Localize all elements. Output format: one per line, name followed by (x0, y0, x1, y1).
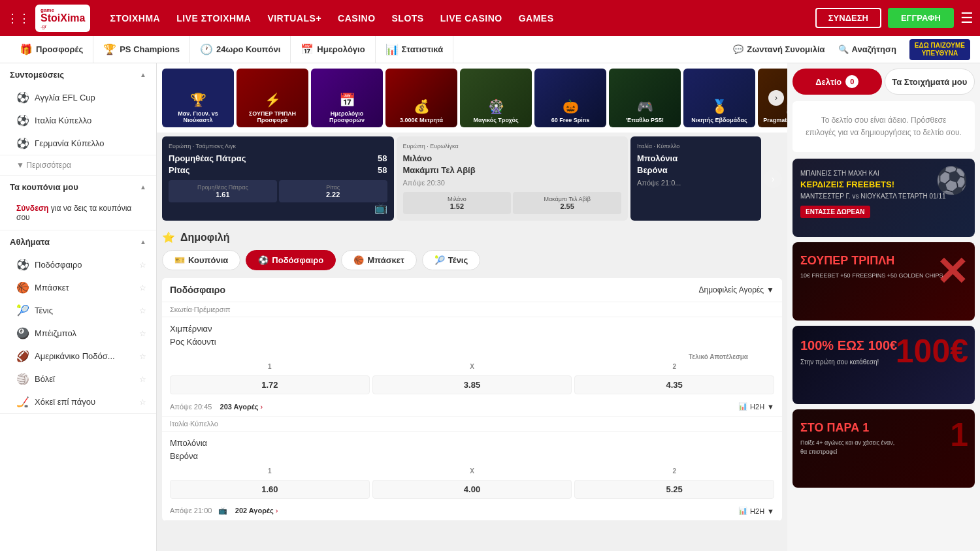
filter-tab-coupons[interactable]: 🎫 Κουπόνια (162, 250, 240, 270)
search-button[interactable]: 🔍 Αναζήτηση (838, 44, 896, 54)
more-button[interactable]: ▼ Περισσότερα (0, 155, 156, 175)
popular-star-icon: ⭐ (162, 231, 175, 244)
logo-box[interactable]: game StoiXima .gr (35, 5, 90, 32)
h2h-button-2[interactable]: 📊 H2H ▼ (738, 507, 774, 515)
live-odd-btn-2-1[interactable]: Μιλάνο 1.52 (403, 192, 512, 214)
promo-cta-1[interactable]: ΕΝΤΑΣΣΕ ΔΩΡΕΑΝ (800, 206, 870, 218)
stats-nav-item[interactable]: 📊 Στατιστικά (376, 36, 454, 63)
nav-virtuals[interactable]: VIRTUALS+ (267, 13, 321, 24)
login-link[interactable]: Σύνδεση (16, 204, 48, 213)
h2h-button-1[interactable]: 📊 H2H ▼ (738, 402, 774, 411)
my-coupons-header[interactable]: Τα κουπόνια μου ▲ (0, 176, 156, 198)
live-odd-btn-1-2[interactable]: Ρίτας 2.22 (279, 180, 387, 202)
live-match-time-2: Απόψε 20:30 (403, 179, 622, 187)
favorite-star-icon-5[interactable]: ☆ (139, 352, 146, 361)
odd-1-2[interactable]: 1.60 (170, 480, 370, 499)
match-next-button[interactable]: › (764, 170, 782, 188)
promo-decor-1: ⚽ (936, 165, 968, 196)
hockey-label: Χόκεϊ επί πάγου (35, 397, 95, 407)
promo-banner-1[interactable]: ΜΠΑΙΝΕΙΣ ΣΤΗ ΜΑΧΗ ΚΑΙ ΚΕΡΔΙΖΕΙΣ FREEBETS… (792, 159, 975, 237)
odd-2-2[interactable]: 5.25 (574, 480, 774, 499)
register-button[interactable]: ΕΓΓΡΑΦΗ (888, 8, 954, 28)
filter-tab-basketball[interactable]: 🏀 Μπάσκετ (341, 250, 417, 270)
live-match-league-3: Ιταλία · Κύπελλο (637, 143, 755, 150)
sidebar-item-volleyball[interactable]: 🏐 Βόλεϊ ☆ (0, 368, 156, 390)
sidebar-item-england-efl[interactable]: ⚽ Αγγλία EFL Cup (0, 86, 156, 109)
odd-x-1[interactable]: 3.85 (372, 375, 572, 394)
banner-card-1[interactable]: 🏆 Μαν. Γιουν. vs Νιούκαστλ (162, 69, 234, 127)
favorite-star-icon-6[interactable]: ☆ (139, 375, 146, 384)
sec-nav-right: 💬 Ζωντανή Συνομιλία 🔍 Αναζήτηση ΕΔΩ ΠΑΙΖ… (733, 39, 970, 60)
favorite-star-icon[interactable]: ☆ (139, 260, 146, 270)
odd-1-1[interactable]: 1.72 (170, 375, 370, 394)
promo-banner-2[interactable]: ΣΟΥΠΕΡ ΤΡΙΠΛΗ 10€ FREEBET +50 FREESPINS … (792, 242, 975, 321)
live-match-card-3[interactable]: Ιταλία · Κύπελλο Μπολόνια Βερόνα Απόψε 2… (630, 136, 761, 221)
sidebar-item-baseball[interactable]: 🎱 Μπέιζμπολ ☆ (0, 322, 156, 345)
favorite-star-icon-2[interactable]: ☆ (139, 283, 146, 292)
favorite-star-icon-3[interactable]: ☆ (139, 306, 146, 315)
live-match-card-2[interactable]: Ευρώπη · Ευρωλίγκα Μιλάνο Μακάμπι Τελ Αβ… (397, 136, 629, 221)
sidebar-item-germany-cup[interactable]: ⚽ Γερμανία Κύπελλο (0, 132, 156, 155)
more-markets-button-1[interactable]: 203 Αγορές (220, 403, 259, 411)
odd-x-2[interactable]: 4.00 (372, 480, 572, 499)
banner-card-6[interactable]: 🎃 60 Free Spins (534, 69, 606, 127)
my-coupons-collapse-icon: ▲ (140, 183, 146, 191)
grid-icon[interactable]: ⋮⋮ (7, 11, 30, 25)
live-odd-btn-1-1[interactable]: Προμηθέας Πάτρας 1.61 (169, 180, 277, 202)
banner-card-8[interactable]: 🏅 Νικητής Εβδομάδας (683, 69, 755, 127)
live-chat-button[interactable]: 💬 Ζωντανή Συνομιλία (733, 44, 825, 54)
more-markets-button-2[interactable]: 202 Αγορές (235, 507, 274, 514)
filter-tab-football[interactable]: ⚽ Ποδόσφαιρο (246, 250, 336, 270)
favorite-star-icon-4[interactable]: ☆ (139, 329, 146, 338)
promo-banner-4[interactable]: ΣΤΟ ΠΑΡΑ 1 Παίξε 4+ αγώνες και αν χάσεις… (792, 409, 975, 488)
banner-card-2[interactable]: ⚡ ΣΟΥΠΕΡ ΤΡΙΠΛΗ Προσφορά (237, 69, 308, 127)
live-match-card-1[interactable]: Ευρώπη · Τσάμπιονς Λιγκ Προμηθέας Πάτρας… (162, 136, 394, 221)
promo-text-1: ΜΠΑΙΝΕΙΣ ΣΤΗ ΜΑΧΗ ΚΑΙ ΚΕΡΔΙΖΕΙΣ FREEBETS… (800, 168, 946, 217)
nav-games[interactable]: GAMES (519, 13, 554, 24)
banner-card-4[interactable]: 💰 3.000€ Μετρητά (385, 69, 457, 127)
shortcuts-header[interactable]: Συντομεύσεις ▲ (0, 63, 156, 86)
nav-live-casino[interactable]: LIVE CASINO (440, 13, 502, 24)
banner-next-button[interactable]: › (768, 90, 784, 106)
banner-label-9: Pragmatic Buy Bonus (763, 117, 787, 123)
sidebar-item-basketball[interactable]: 🏀 Μπάσκετ ☆ (0, 276, 156, 299)
betslip-button[interactable]: Δελτίο 0 (792, 69, 882, 95)
favorite-star-icon-7[interactable]: ☆ (139, 398, 146, 407)
live-match-odds-2: Μιλάνο 1.52 Μακάμπι Τελ Αβίβ 2.55 (403, 192, 622, 214)
offers-nav-item[interactable]: 🎁 Προσφορές (10, 36, 93, 63)
promo-banner-3[interactable]: 100% ΕΩΣ 100€ Στην πρώτη σου κατάθεση! 1… (792, 326, 975, 404)
chevron-right-icon-2: › (276, 507, 278, 514)
banner-card-5[interactable]: 🎡 Μαγικός Τροχός (460, 69, 532, 127)
menu-icon[interactable]: ☰ (960, 10, 973, 27)
my-coupons-section: Τα κουπόνια μου ▲ Σύνδεση για να δεις τα… (0, 176, 156, 230)
banner-label-7: 'Επαθλο PS5! (626, 117, 664, 123)
odd-2-1[interactable]: 4.35 (574, 375, 774, 394)
nav-live-stoixima[interactable]: LIVE ΣΤΟΙΧΗΜΑ (176, 13, 251, 24)
match-time-1: Απόψε 20:45 203 Αγορές › (170, 403, 263, 411)
sidebar-item-italy-cup[interactable]: ⚽ Ιταλία Κύπελλο (0, 109, 156, 132)
ps-champions-nav-item[interactable]: 🏆 PS Champions (93, 36, 190, 63)
nav-slots[interactable]: SLOTS (392, 13, 424, 24)
nav-stoixima[interactable]: ΣΤΟΙΧΗΜΑ (110, 13, 160, 24)
login-button[interactable]: ΣΥΝΔΕΣΗ (815, 8, 881, 28)
stats-label: Στατιστικά (402, 44, 444, 54)
banner-card-7[interactable]: 🎮 'Επαθλο PS5! (609, 69, 681, 127)
sports-header[interactable]: Αθλήματα ▲ (0, 230, 156, 253)
filter-tab-tennis[interactable]: 🎾 Τένις (422, 250, 480, 270)
banner-card-3[interactable]: 📅 Ημερολόγιο Προσφορών (311, 69, 383, 127)
sidebar-item-football[interactable]: ⚽ Ποδόσφαιρο ☆ (0, 253, 156, 276)
live-match-time-3: Απόψε 21:0... (637, 179, 755, 187)
sidebar-item-tennis[interactable]: 🎾 Τένις ☆ (0, 299, 156, 322)
basketball-sport-icon: 🏀 (16, 281, 29, 294)
volleyball-sport-icon: 🏐 (16, 373, 29, 385)
chat-icon: 💬 (733, 44, 743, 54)
my-bets-button[interactable]: Τα Στοιχήματά μου (885, 69, 975, 95)
banner-icon-7: 🎮 (637, 99, 653, 114)
live-odd-btn-2-2[interactable]: Μακάμπι Τελ Αβίβ 2.55 (513, 192, 621, 214)
sidebar-item-american-football[interactable]: 🏈 Αμερικάνικο Ποδόσ... ☆ (0, 345, 156, 368)
coupon24-nav-item[interactable]: 🕐 24ωρο Κουπόνι (190, 36, 291, 63)
calendar-nav-item[interactable]: 📅 Ημερολόγιο (291, 36, 375, 63)
nav-casino[interactable]: CASINO (338, 13, 375, 24)
popular-markets-dropdown[interactable]: Δημοφιλείς Αγορές ▼ (698, 285, 774, 294)
sidebar-item-hockey[interactable]: 🏒 Χόκεϊ επί πάγου ☆ (0, 390, 156, 413)
